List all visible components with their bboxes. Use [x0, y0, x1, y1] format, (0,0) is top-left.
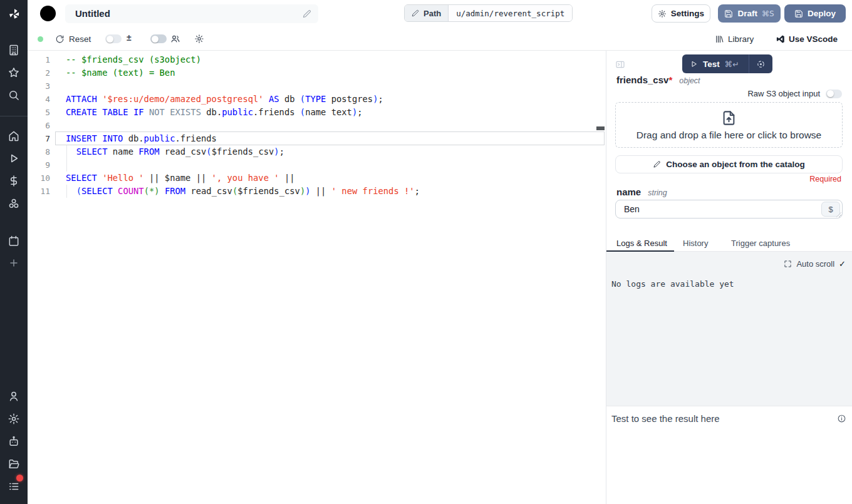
bot-icon[interactable] — [8, 435, 20, 448]
folder-icon[interactable] — [8, 458, 20, 470]
favorites-star-icon[interactable] — [8, 66, 20, 79]
script-title-input[interactable]: Untitled — [65, 4, 318, 23]
autoscroll-control[interactable]: Auto scroll ✓ — [784, 259, 846, 269]
script-title: Untitled — [75, 8, 110, 19]
settings-gear-icon[interactable] — [8, 413, 20, 425]
deploy-button[interactable]: Deploy — [784, 4, 846, 23]
workspace-building-icon[interactable] — [8, 44, 20, 56]
code-token: ) — [352, 107, 357, 117]
tab-history[interactable]: History — [683, 239, 708, 248]
windmill-logo[interactable] — [0, 0, 28, 28]
add-plus-icon[interactable] — [8, 257, 20, 269]
test-button[interactable]: Test ⌘↵ — [682, 59, 749, 69]
diff-toggle[interactable] — [105, 34, 122, 43]
overview-ruler-cursor-mark — [596, 126, 605, 130]
code-lines: 1-- $friends_csv (s3object)2-- $name (te… — [28, 51, 606, 504]
code-line[interactable]: 1-- $friends_csv (s3object) — [28, 53, 606, 66]
raw-s3-toggle[interactable] — [826, 90, 842, 98]
user-icon[interactable] — [8, 390, 20, 403]
variable-picker-button[interactable]: $ — [821, 202, 840, 217]
search-icon[interactable] — [8, 89, 20, 101]
name-text-input[interactable]: Ben $ — [615, 200, 843, 219]
line-number[interactable]: 4 — [28, 93, 50, 106]
required-asterisk: * — [668, 75, 672, 85]
file-dropzone[interactable]: Drag and drop a file here or click to br… — [615, 102, 843, 148]
arg-type: object — [679, 76, 700, 85]
code-text: -- $name (text) = Ben — [50, 66, 175, 80]
code-text: -- $friends_csv (s3object) — [50, 53, 201, 66]
code-line[interactable]: 6 — [28, 119, 606, 132]
line-number[interactable]: 2 — [28, 66, 50, 80]
variables-dollar-icon[interactable] — [8, 175, 20, 187]
code-line[interactable]: 7INSERT INTO db.public.friends — [28, 132, 606, 145]
line-number[interactable]: 10 — [28, 172, 50, 185]
tab-logs-result[interactable]: Logs & Result — [616, 239, 667, 248]
line-number[interactable]: 11 — [28, 185, 50, 198]
refresh-icon — [55, 34, 65, 44]
edit-path-pencil-icon — [412, 9, 419, 17]
audit-list-icon[interactable] — [8, 480, 20, 493]
multiplayer-toggle[interactable] — [150, 34, 167, 43]
code-token: postgres — [326, 94, 373, 104]
editor-settings-gear-icon[interactable] — [194, 34, 204, 44]
capture-icon — [756, 59, 766, 69]
content-row: 1-- $friends_csv (s3object)2-- $name (te… — [28, 51, 852, 504]
notification-dot — [16, 475, 23, 481]
draft-button[interactable]: Draft ⌘S — [718, 4, 781, 23]
code-line[interactable]: 4ATTACH '$res:u/demo/amazed_postgresql' … — [28, 93, 606, 106]
code-token: db. — [201, 107, 222, 117]
resources-icon[interactable] — [8, 197, 20, 210]
code-token: name text — [305, 107, 352, 117]
code-token: ( — [232, 186, 237, 196]
choose-object-catalog-button[interactable]: Choose an object from the catalog — [615, 155, 843, 173]
autoscroll-label: Auto scroll — [796, 259, 834, 269]
code-line[interactable]: 11 (SELECT COUNT(*) FROM read_csv($frien… — [28, 185, 606, 198]
code-line[interactable]: 10SELECT 'Hello ' || $name || ', you hav… — [28, 172, 606, 185]
test-panel: Test ⌘↵ friends_csv* object Raw S3 objec… — [606, 51, 852, 504]
line-number[interactable]: 6 — [28, 119, 50, 132]
settings-button[interactable]: Settings — [652, 4, 710, 23]
code-token: '$res:u/demo/amazed_postgresql' — [102, 94, 264, 104]
code-line[interactable]: 5CREATE TABLE IF NOT EXISTS db.public.fr… — [28, 106, 606, 119]
line-number[interactable]: 1 — [28, 53, 50, 66]
line-number[interactable]: 9 — [28, 158, 50, 172]
tab-trigger-captures[interactable]: Trigger captures — [731, 239, 790, 248]
library-button[interactable]: Library — [715, 28, 754, 50]
code-token: ; — [378, 94, 383, 104]
code-token: ATTACH — [66, 94, 102, 104]
schedules-calendar-icon[interactable] — [8, 235, 20, 247]
save-icon — [724, 9, 733, 18]
reset-button[interactable]: Reset — [55, 28, 91, 50]
code-editor[interactable]: 1-- $friends_csv (s3object)2-- $name (te… — [28, 51, 606, 504]
code-token: ; — [357, 107, 362, 117]
line-number[interactable]: 5 — [28, 106, 50, 119]
home-icon[interactable] — [8, 130, 20, 142]
vscode-label: Use VScode — [789, 34, 838, 44]
code-token: db. — [123, 133, 143, 143]
code-token: name — [107, 147, 138, 157]
test-label: Test — [703, 59, 720, 69]
use-vscode-button[interactable]: Use VScode — [776, 28, 838, 50]
plus-minus-icon[interactable]: ± — [127, 33, 132, 43]
info-icon[interactable] — [837, 414, 846, 423]
code-line[interactable]: 2-- $name (text) = Ben — [28, 66, 606, 80]
code-token: $friends_csv — [237, 186, 300, 196]
reset-label: Reset — [69, 34, 91, 44]
edit-title-pencil-icon[interactable] — [303, 9, 311, 18]
script-path-chip[interactable]: Path u/admin/reverent_script — [404, 4, 573, 22]
capture-test-button[interactable] — [749, 54, 772, 73]
test-shortcut: ⌘↵ — [725, 59, 739, 69]
code-line[interactable]: 3 — [28, 80, 606, 93]
line-number[interactable]: 8 — [28, 145, 50, 158]
header: Untitled Path u/admin/reverent_script Se… — [28, 0, 852, 28]
line-number[interactable]: 7 — [28, 132, 50, 145]
code-line[interactable]: 9 — [28, 158, 606, 172]
code-line[interactable]: 8 SELECT name FROM read_csv($friends_csv… — [28, 145, 606, 158]
arg-friends-csv-header: friends_csv* object — [616, 75, 700, 85]
draft-shortcut: ⌘S — [762, 9, 774, 18]
app-window: Untitled Path u/admin/reverent_script Se… — [0, 0, 852, 504]
logs-pane: Auto scroll ✓ No logs are available yet — [606, 252, 852, 406]
collapse-panel-icon[interactable] — [615, 59, 626, 69]
runs-play-icon[interactable] — [8, 152, 20, 165]
line-number[interactable]: 3 — [28, 80, 50, 93]
